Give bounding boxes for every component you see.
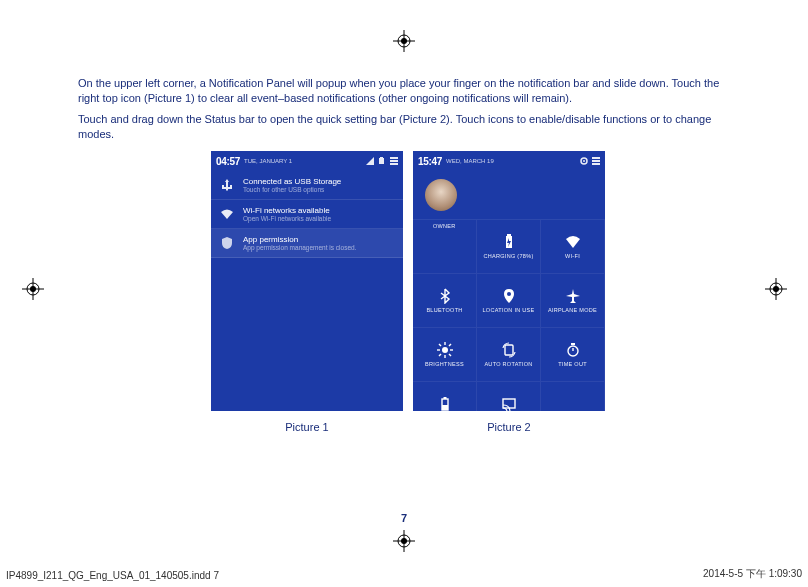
notification-item[interactable]: App permission App permission management… bbox=[211, 229, 403, 258]
qs-tile-airplane[interactable]: AIRPLANE MODE bbox=[541, 274, 605, 328]
notification-title: Wi-Fi networks available bbox=[243, 206, 331, 215]
svg-marker-16 bbox=[366, 157, 374, 165]
svg-rect-26 bbox=[592, 163, 600, 165]
svg-point-31 bbox=[442, 347, 448, 353]
paragraph-1: On the upper left corner, a Notification… bbox=[78, 76, 738, 106]
qs-tile-bluetooth[interactable]: BLUETOOTH bbox=[413, 274, 477, 328]
brightness-icon bbox=[437, 342, 453, 358]
picture-2-screenshot: 15:47 WED, MARCH 19 OWNER . CHARGING (78… bbox=[413, 151, 605, 411]
svg-rect-43 bbox=[571, 343, 575, 345]
svg-rect-25 bbox=[592, 160, 600, 162]
svg-point-23 bbox=[583, 160, 585, 162]
registration-mark-right bbox=[765, 278, 787, 300]
svg-rect-46 bbox=[442, 405, 448, 410]
qs-label: AUTO ROTATION bbox=[484, 361, 532, 367]
p1-status-bar: 04:57 TUE, JANUARY 1 bbox=[211, 151, 403, 171]
svg-line-39 bbox=[439, 354, 441, 356]
owner-label: OWNER bbox=[433, 223, 456, 229]
notification-title: Connected as USB Storage bbox=[243, 177, 341, 186]
list-icon[interactable] bbox=[592, 157, 600, 165]
signal-icon bbox=[366, 157, 374, 165]
p1-time: 04:57 bbox=[216, 156, 240, 167]
qs-label: LOCATION IN USE bbox=[482, 307, 534, 313]
qs-label: AIRPLANE MODE bbox=[548, 307, 597, 313]
qs-tile-wireless-display[interactable]: WIRELESS DISPLAY bbox=[477, 382, 541, 411]
qs-label: TIME OUT bbox=[558, 361, 587, 367]
registration-mark-bottom bbox=[393, 530, 415, 552]
svg-rect-24 bbox=[592, 157, 600, 159]
wifi-icon bbox=[565, 234, 581, 250]
qs-label: BLUETOOTH bbox=[426, 307, 462, 313]
qs-label: WI-FI bbox=[565, 253, 580, 259]
p2-time: 15:47 bbox=[418, 156, 442, 167]
registration-mark-left bbox=[22, 278, 44, 300]
gear-icon[interactable] bbox=[580, 157, 588, 165]
bluetooth-icon bbox=[437, 288, 453, 304]
qs-tile-autorotation[interactable]: AUTO ROTATION bbox=[477, 328, 541, 382]
notification-subtitle: Touch for other USB options bbox=[243, 186, 341, 193]
wifi-icon bbox=[219, 206, 235, 222]
page-number: 7 bbox=[0, 512, 808, 524]
owner-profile-row[interactable] bbox=[413, 171, 605, 220]
svg-rect-20 bbox=[390, 160, 398, 162]
qs-tile-saving[interactable]: SAVING MODE bbox=[413, 382, 477, 411]
svg-rect-45 bbox=[443, 397, 446, 399]
svg-line-38 bbox=[449, 344, 451, 346]
notification-title: App permission bbox=[243, 235, 356, 244]
notification-item[interactable]: Connected as USB Storage Touch for other… bbox=[211, 171, 403, 200]
qs-label: BRIGHTNESS bbox=[425, 361, 464, 367]
svg-rect-21 bbox=[390, 163, 398, 165]
avatar bbox=[425, 179, 457, 211]
notification-subtitle: Open Wi-Fi networks available bbox=[243, 215, 331, 222]
cast-icon bbox=[501, 396, 517, 411]
svg-line-37 bbox=[449, 354, 451, 356]
svg-line-36 bbox=[439, 344, 441, 346]
p1-date: TUE, JANUARY 1 bbox=[244, 158, 292, 164]
usb-icon bbox=[219, 177, 235, 193]
svg-rect-40 bbox=[505, 345, 513, 355]
qs-tile-placeholder: . bbox=[541, 382, 605, 411]
notification-item[interactable]: Wi-Fi networks available Open Wi-Fi netw… bbox=[211, 200, 403, 229]
battery-saving-icon bbox=[437, 396, 453, 411]
rotation-icon bbox=[501, 342, 517, 358]
svg-point-30 bbox=[507, 292, 511, 296]
svg-rect-18 bbox=[380, 157, 383, 158]
qs-tile-brightness[interactable]: BRIGHTNESS bbox=[413, 328, 477, 382]
battery-charging-icon bbox=[501, 234, 517, 250]
notification-subtitle: App permission management is closed. bbox=[243, 244, 356, 251]
caption-picture-1: Picture 1 bbox=[211, 421, 403, 433]
qs-tile-charging[interactable]: CHARGING (78%) bbox=[477, 220, 541, 274]
qs-tile-wifi[interactable]: WI-FI bbox=[541, 220, 605, 274]
shield-icon bbox=[219, 235, 235, 251]
svg-rect-17 bbox=[379, 158, 384, 164]
footer-timestamp: 2014-5-5 下午 1:09:30 bbox=[703, 567, 802, 581]
svg-rect-19 bbox=[390, 157, 398, 159]
registration-mark-top bbox=[393, 30, 415, 52]
picture-1-screenshot: 04:57 TUE, JANUARY 1 Connected as USB St… bbox=[211, 151, 403, 411]
location-icon bbox=[501, 288, 517, 304]
qs-tile-location[interactable]: LOCATION IN USE bbox=[477, 274, 541, 328]
qs-tile-timeout[interactable]: TIME OUT bbox=[541, 328, 605, 382]
battery-icon bbox=[378, 157, 386, 165]
qs-label: CHARGING (78%) bbox=[483, 253, 533, 259]
clear-all-icon[interactable] bbox=[390, 157, 398, 165]
caption-picture-2: Picture 2 bbox=[413, 421, 605, 433]
paragraph-2: Touch and drag down the Status bar to op… bbox=[78, 112, 738, 142]
footer-filename: IP4899_I211_QG_Eng_USA_01_140505.indd 7 bbox=[6, 570, 219, 581]
p2-date: WED, MARCH 19 bbox=[446, 158, 494, 164]
svg-rect-28 bbox=[507, 234, 511, 236]
p2-status-bar: 15:47 WED, MARCH 19 bbox=[413, 151, 605, 171]
timeout-icon bbox=[565, 342, 581, 358]
airplane-icon bbox=[565, 288, 581, 304]
